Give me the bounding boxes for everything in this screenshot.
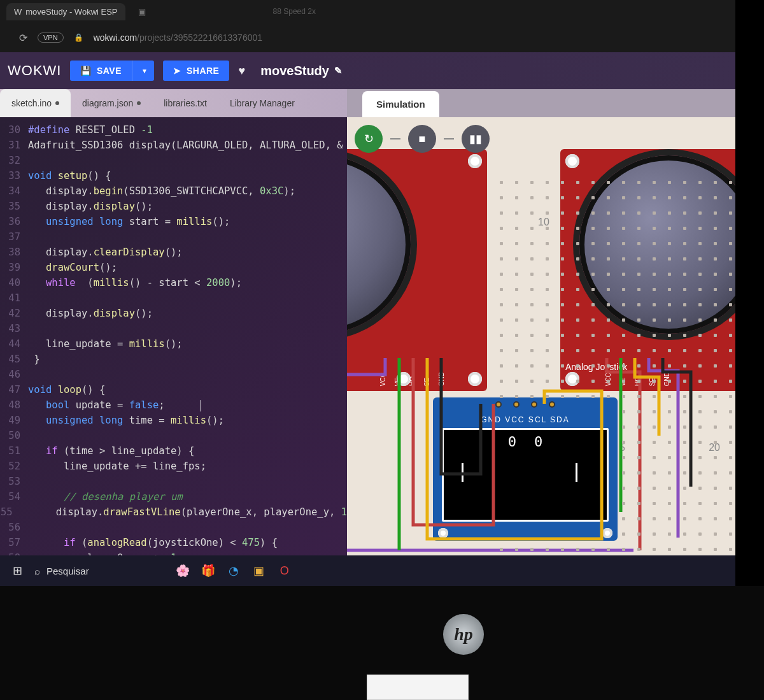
oled-module[interactable]: GND VCC SCL SDA 00 bbox=[433, 397, 618, 541]
code-line[interactable]: 53 bbox=[0, 474, 347, 489]
save-dropdown[interactable]: ▼ bbox=[132, 61, 154, 81]
breadboard-hole bbox=[653, 303, 656, 306]
opera-icon[interactable]: O bbox=[276, 562, 293, 579]
code-line[interactable]: 39 drawCourt(); bbox=[0, 260, 347, 275]
code-editor[interactable]: 30#define RESET_OLED -131Adafruit_SSD130… bbox=[0, 117, 347, 555]
breadboard-hole bbox=[683, 380, 686, 383]
code-line[interactable]: 33void setup() { bbox=[0, 168, 347, 183]
file-tab-sketch[interactable]: sketch.ino bbox=[0, 89, 71, 117]
code-line[interactable]: 42 display.display(); bbox=[0, 306, 347, 321]
breadboard-hole bbox=[546, 318, 549, 322]
code-line[interactable]: 40 while (millis() - start < 2000); bbox=[0, 275, 347, 290]
breadboard-hole bbox=[576, 318, 579, 322]
breadboard-hole bbox=[530, 257, 534, 261]
code-text: display.display(); bbox=[28, 306, 347, 321]
joystick-knob[interactable] bbox=[347, 155, 411, 334]
code-line[interactable]: 50 bbox=[0, 428, 347, 443]
taskbar-app-icon[interactable]: 🌸 bbox=[174, 562, 191, 579]
edge-icon[interactable]: ◔ bbox=[225, 562, 242, 579]
extension-icon[interactable]: ▣ bbox=[138, 7, 146, 17]
code-text bbox=[28, 153, 347, 168]
code-line[interactable]: 56 bbox=[0, 520, 347, 535]
simulation-pane[interactable]: /*decorative only*/ 10 5 20 Analog Joyst… bbox=[347, 117, 735, 555]
wokwi-logo[interactable]: WOKWI bbox=[8, 62, 61, 79]
code-line[interactable]: 55 display.drawFastVLine(playerOne_x, pl… bbox=[0, 504, 347, 520]
breadboard-hole bbox=[530, 211, 534, 215]
breadboard-hole bbox=[729, 334, 732, 337]
url[interactable]: wokwi.com/projects/395522216613376001 bbox=[94, 32, 262, 43]
edit-icon[interactable]: ✎ bbox=[334, 65, 343, 76]
restart-button[interactable]: ↻ bbox=[355, 125, 383, 153]
joystick-right[interactable]: Analog Joystick VCC VE HO SE GND bbox=[560, 149, 735, 391]
reload-icon[interactable]: ⟳ bbox=[19, 32, 27, 44]
breadboard-hole bbox=[591, 380, 595, 383]
breadboard-hole bbox=[698, 456, 702, 459]
file-tab-libraries[interactable]: libraries.txt bbox=[152, 89, 218, 117]
breadboard-hole bbox=[622, 517, 625, 520]
breadboard-hole bbox=[576, 288, 579, 291]
breadboard-hole bbox=[576, 334, 579, 337]
code-line[interactable]: 38 display.clearDisplay(); bbox=[0, 245, 347, 260]
breadboard-hole bbox=[576, 257, 579, 261]
stop-button[interactable]: ■ bbox=[408, 125, 436, 153]
laptop-bezel: hp bbox=[0, 586, 764, 700]
taskbar-search[interactable]: ⌕ Pesquisar bbox=[34, 566, 89, 576]
save-button[interactable]: 💾 SAVE bbox=[70, 61, 132, 81]
code-line[interactable]: 31Adafruit_SSD1306 display(LARGURA_OLED,… bbox=[0, 138, 347, 153]
code-line[interactable]: 46 bbox=[0, 367, 347, 382]
code-line[interactable]: 58 playerOne_y += 1; bbox=[0, 550, 347, 555]
breadboard-hole bbox=[714, 410, 717, 413]
code-line[interactable]: 35 display.display(); bbox=[0, 199, 347, 214]
breadboard-hole bbox=[714, 349, 717, 352]
breadboard-hole bbox=[561, 227, 564, 230]
save-icon: 💾 bbox=[80, 66, 92, 76]
code-line[interactable]: 47void loop() { bbox=[0, 382, 347, 397]
share-button[interactable]: ➤ SHARE bbox=[163, 61, 229, 81]
code-line[interactable]: 48 bool update = false; bbox=[0, 397, 347, 413]
code-line[interactable]: 43 bbox=[0, 321, 347, 336]
code-line[interactable]: 45 } bbox=[0, 352, 347, 367]
code-line[interactable]: 44 line_update = millis(); bbox=[0, 336, 347, 352]
line-number: 53 bbox=[0, 474, 28, 489]
code-line[interactable]: 36 unsigned long start = millis(); bbox=[0, 214, 347, 229]
code-line[interactable]: 49 unsigned long time = millis(); bbox=[0, 413, 347, 428]
file-tab-library-manager[interactable]: Library Manager bbox=[218, 89, 306, 117]
code-line[interactable]: 32 bbox=[0, 153, 347, 168]
code-line[interactable]: 41 bbox=[0, 290, 347, 306]
code-line[interactable]: 52 line_update += line_fps; bbox=[0, 459, 347, 474]
code-text bbox=[28, 474, 347, 489]
browser-tab[interactable]: W moveStudy - Wokwi ESP bbox=[6, 3, 125, 20]
explorer-icon[interactable]: ▣ bbox=[251, 562, 267, 579]
line-number: 32 bbox=[0, 153, 28, 168]
breadboard-hole bbox=[729, 487, 732, 490]
pause-button[interactable]: ▮▮ bbox=[462, 125, 490, 153]
file-tab-diagram[interactable]: diagram.json bbox=[71, 89, 152, 117]
vpn-badge[interactable]: VPN bbox=[38, 32, 64, 43]
breadboard-hole bbox=[668, 318, 671, 322]
code-line[interactable]: 34 display.begin(SSD1306_SWITCHCAPVCC, 0… bbox=[0, 183, 347, 199]
code-line[interactable]: 54 // desenha player um bbox=[0, 489, 347, 504]
breadboard-hole bbox=[698, 517, 702, 520]
windows-taskbar[interactable]: ⊞ ⌕ Pesquisar 🌸 🎁 ◔ ▣ O bbox=[0, 555, 735, 586]
taskbar-app-icon[interactable]: 🎁 bbox=[200, 562, 216, 579]
code-text bbox=[28, 229, 347, 245]
breadboard-hole bbox=[530, 318, 534, 322]
tab-simulation[interactable]: Simulation bbox=[362, 91, 439, 117]
mount-hole bbox=[468, 154, 482, 168]
joystick-knob[interactable] bbox=[579, 155, 735, 334]
line-number: 40 bbox=[0, 275, 28, 290]
breadboard-hole bbox=[576, 181, 579, 184]
code-line[interactable]: 57 if (analogRead(joystickOne) < 475) { bbox=[0, 535, 347, 550]
joystick-left[interactable]: Analog Joystick VCC VE HO SE GND bbox=[347, 149, 487, 391]
code-text: void loop() { bbox=[28, 382, 347, 397]
breadboard-hole bbox=[668, 273, 671, 276]
project-title[interactable]: moveStudy ✎ bbox=[260, 64, 343, 78]
start-icon[interactable]: ⊞ bbox=[9, 562, 25, 579]
code-line[interactable]: 37 bbox=[0, 229, 347, 245]
breadboard-hole bbox=[637, 303, 640, 306]
code-line[interactable]: 51 if (time > line_update) { bbox=[0, 443, 347, 459]
code-line[interactable]: 30#define RESET_OLED -1 bbox=[0, 122, 347, 138]
code-text: display.clearDisplay(); bbox=[28, 245, 347, 260]
breadboard-hole bbox=[530, 303, 534, 306]
heart-icon[interactable]: ♥ bbox=[238, 64, 245, 78]
